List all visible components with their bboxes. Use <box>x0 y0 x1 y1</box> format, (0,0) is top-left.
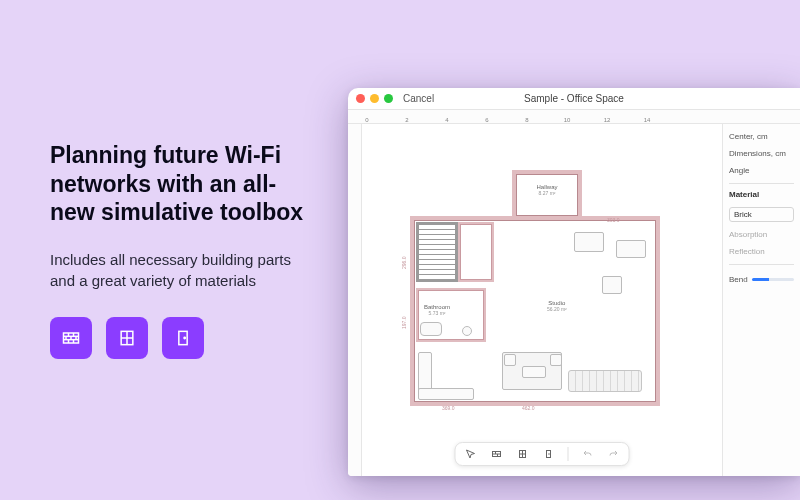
prop-absorption: Absorption <box>729 230 794 239</box>
prop-bend-label: Bend <box>729 275 748 284</box>
svg-point-23 <box>549 454 550 455</box>
toilet[interactable] <box>462 326 472 336</box>
material-select[interactable]: Brick <box>729 207 794 222</box>
subhead: Includes all necessary building parts an… <box>50 249 320 291</box>
hallway-label: Hallway 8.27 m² <box>520 184 574 196</box>
dim-label: 462.0 <box>522 406 535 412</box>
dim-label: 303.0 <box>607 218 620 224</box>
properties-panel: Center, cm Dimensions, cm Angle Material… <box>722 124 800 476</box>
headline: Planning future Wi-Fi networks with an a… <box>50 141 320 227</box>
minimize-icon[interactable] <box>370 94 379 103</box>
prop-angle: Angle <box>729 166 794 175</box>
prop-center: Center, cm <box>729 132 794 141</box>
desk-2[interactable] <box>616 240 646 258</box>
closet[interactable] <box>458 222 494 282</box>
redo-icon[interactable] <box>607 447 621 461</box>
dim-label: 197.0 <box>402 316 408 329</box>
chair-1[interactable] <box>504 354 516 366</box>
close-icon[interactable] <box>356 94 365 103</box>
desk-1[interactable] <box>574 232 604 252</box>
floorplan[interactable]: Hallway 8.27 m² Studio 56.20 m² <box>402 170 682 430</box>
window-icon <box>106 317 148 359</box>
door-icon <box>162 317 204 359</box>
chair-2[interactable] <box>550 354 562 366</box>
dim-label: 296.0 <box>402 256 408 269</box>
zoom-icon[interactable] <box>384 94 393 103</box>
floorplan-canvas[interactable]: Hallway 8.27 m² Studio 56.20 m² <box>362 124 722 476</box>
ruler-horizontal: 0 2 4 6 8 10 12 14 <box>348 110 800 124</box>
coffee-table[interactable] <box>522 366 546 378</box>
cancel-button[interactable]: Cancel <box>403 93 434 104</box>
bathroom-label: Bathroom 5.73 m² <box>424 304 450 316</box>
bathtub[interactable] <box>420 322 442 336</box>
prop-reflection: Reflection <box>729 247 794 256</box>
app-window: Cancel Sample - Office Space 0 2 4 6 8 1… <box>348 88 800 476</box>
desk-3[interactable] <box>602 276 622 294</box>
svg-point-14 <box>184 337 185 338</box>
counter-bottom[interactable] <box>418 388 474 400</box>
dim-label: 369.0 <box>442 406 455 412</box>
undo-icon[interactable] <box>581 447 595 461</box>
door-tool-icon[interactable] <box>542 447 556 461</box>
ruler-vertical <box>348 124 362 476</box>
window-tool-icon[interactable] <box>516 447 530 461</box>
wall-icon <box>50 317 92 359</box>
wall-tool-icon[interactable] <box>490 447 504 461</box>
sofa[interactable] <box>568 370 642 392</box>
window-titlebar: Cancel Sample - Office Space <box>348 88 800 110</box>
studio-label: Studio 56.20 m² <box>547 300 567 312</box>
bottom-toolbar <box>455 442 630 466</box>
stairs[interactable] <box>416 222 458 282</box>
pointer-icon[interactable] <box>464 447 478 461</box>
prop-material-label: Material <box>729 190 794 199</box>
prop-dimensions: Dimensions, cm <box>729 149 794 158</box>
traffic-lights[interactable] <box>356 94 393 103</box>
bend-slider[interactable] <box>752 278 794 281</box>
feature-icons <box>50 317 320 359</box>
